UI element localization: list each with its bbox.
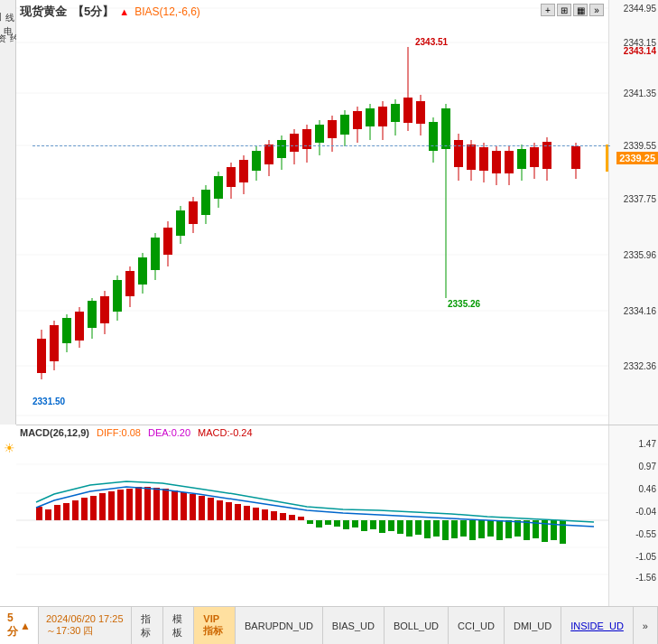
svg-rect-14 bbox=[62, 318, 71, 343]
svg-rect-105 bbox=[72, 500, 79, 520]
indicator-boll[interactable]: BOLL_UD bbox=[385, 607, 449, 644]
svg-rect-32 bbox=[176, 210, 185, 236]
svg-rect-104 bbox=[63, 503, 70, 520]
indicator-barupdn[interactable]: BARUPDN_UD bbox=[236, 607, 323, 644]
svg-rect-101 bbox=[36, 507, 42, 520]
svg-rect-140 bbox=[388, 520, 394, 531]
svg-rect-144 bbox=[424, 520, 431, 538]
macd-title: MACD(26,12,9) bbox=[20, 427, 89, 438]
timeframe-5min[interactable]: 5分 ▲ bbox=[0, 607, 39, 644]
svg-rect-40 bbox=[227, 167, 236, 187]
svg-rect-158 bbox=[551, 520, 557, 540]
svg-rect-123 bbox=[235, 504, 241, 520]
ctrl-grid[interactable]: ⊞ bbox=[557, 4, 571, 16]
indicator-bias[interactable]: BIAS_UD bbox=[323, 607, 385, 644]
svg-rect-121 bbox=[217, 500, 223, 520]
price-current-highlight: 2339.25 bbox=[616, 152, 658, 164]
chart-timeframe: 【5分】 bbox=[72, 4, 114, 20]
svg-rect-119 bbox=[199, 496, 205, 520]
indicator-more[interactable]: » bbox=[634, 607, 658, 644]
svg-rect-102 bbox=[45, 509, 51, 520]
svg-rect-10 bbox=[37, 339, 46, 373]
svg-rect-66 bbox=[391, 104, 400, 122]
bias-arrow: ▲ bbox=[119, 6, 129, 17]
indicator-cci[interactable]: CCI_UD bbox=[449, 607, 505, 644]
left-sidebar: K线图 闪电图 合约资料 bbox=[0, 0, 16, 425]
svg-rect-18 bbox=[88, 301, 97, 328]
svg-rect-152 bbox=[496, 520, 503, 540]
right-edge-indicator bbox=[606, 145, 608, 172]
ctrl-bars[interactable]: ▦ bbox=[573, 4, 588, 16]
ctrl-expand[interactable]: » bbox=[589, 4, 604, 16]
tab-vip[interactable]: VIP指标 bbox=[194, 607, 236, 644]
svg-rect-44 bbox=[252, 151, 261, 171]
svg-rect-92 bbox=[571, 146, 580, 169]
bias-label: BIAS(12,-6,6) bbox=[134, 5, 200, 18]
svg-rect-141 bbox=[397, 520, 403, 534]
svg-rect-24 bbox=[125, 271, 134, 296]
price-2337: 2337.75 bbox=[624, 194, 656, 204]
svg-rect-28 bbox=[151, 238, 160, 270]
macd-price-axis: 1.47 0.97 0.46 -0.04 -0.55 -1.05 -1.56 bbox=[608, 425, 658, 606]
svg-text:2343.51: 2343.51 bbox=[415, 37, 449, 47]
svg-rect-48 bbox=[277, 140, 286, 158]
svg-rect-56 bbox=[328, 120, 337, 138]
macd-dea: DEA:0.20 bbox=[148, 427, 190, 438]
svg-rect-134 bbox=[334, 520, 340, 527]
tab-indicator[interactable]: 指标 bbox=[132, 607, 163, 644]
svg-rect-115 bbox=[162, 489, 169, 520]
svg-rect-124 bbox=[244, 506, 250, 520]
svg-rect-129 bbox=[289, 515, 295, 520]
svg-rect-148 bbox=[460, 520, 467, 537]
sun-icon: ☀ bbox=[4, 441, 15, 455]
svg-rect-26 bbox=[138, 257, 147, 285]
chart-title: 现货黄金 bbox=[20, 4, 67, 20]
price-2341: 2341.35 bbox=[624, 89, 656, 98]
svg-rect-133 bbox=[325, 520, 331, 525]
svg-rect-139 bbox=[379, 520, 385, 533]
price-2332: 2332.36 bbox=[624, 361, 656, 371]
svg-rect-70 bbox=[416, 101, 425, 124]
macd-level-neg105: -1.05 bbox=[635, 552, 656, 562]
svg-rect-146 bbox=[442, 520, 449, 540]
svg-rect-145 bbox=[433, 520, 440, 537]
svg-rect-118 bbox=[190, 494, 196, 520]
price-axis: 2344.95 2343.15 2343.14 2341.35 2339.55 … bbox=[608, 0, 658, 425]
indicator-inside[interactable]: INSIDE_UD bbox=[561, 607, 634, 644]
svg-rect-54 bbox=[315, 125, 324, 143]
svg-rect-155 bbox=[524, 520, 530, 540]
svg-rect-64 bbox=[378, 107, 387, 126]
chart-header: 现货黄金 【5分】 ▲ BIAS(12,-6,6) bbox=[20, 4, 200, 20]
datetime-display: 2024/06/20 17:25～17:30 四 bbox=[39, 607, 132, 644]
svg-rect-42 bbox=[239, 160, 248, 182]
price-2343-14: 2343.14 bbox=[624, 46, 656, 56]
svg-rect-62 bbox=[366, 108, 375, 126]
svg-rect-112 bbox=[135, 487, 142, 520]
macd-level-neg156: -1.56 bbox=[635, 573, 656, 583]
svg-rect-147 bbox=[451, 520, 458, 538]
svg-rect-107 bbox=[90, 496, 97, 520]
price-2335: 2335.96 bbox=[624, 250, 656, 260]
macd-value: MACD:-0.24 bbox=[198, 427, 253, 438]
bottom-toolbar: 5分 ▲ 2024/06/20 17:25～17:30 四 指标 模板 VIP指… bbox=[0, 606, 658, 644]
svg-rect-159 bbox=[560, 520, 566, 544]
svg-rect-106 bbox=[81, 498, 88, 520]
svg-rect-86 bbox=[517, 149, 526, 169]
svg-text:2335.26: 2335.26 bbox=[448, 299, 481, 309]
svg-rect-84 bbox=[505, 151, 514, 173]
tab-template[interactable]: 模板 bbox=[163, 607, 195, 644]
svg-rect-68 bbox=[403, 98, 412, 123]
main-chart: 现货黄金 【5分】 ▲ BIAS(12,-6,6) + ⊞ ▦ » bbox=[16, 0, 658, 425]
svg-rect-109 bbox=[108, 491, 115, 520]
svg-rect-126 bbox=[262, 509, 268, 520]
svg-rect-72 bbox=[429, 122, 438, 151]
indicator-dmi[interactable]: DMI_UD bbox=[505, 607, 561, 644]
svg-rect-130 bbox=[298, 517, 304, 520]
svg-rect-138 bbox=[370, 520, 376, 529]
ctrl-plus[interactable]: + bbox=[541, 4, 555, 16]
svg-rect-36 bbox=[201, 190, 210, 215]
svg-rect-103 bbox=[54, 505, 60, 520]
svg-rect-135 bbox=[343, 520, 349, 529]
svg-rect-110 bbox=[117, 490, 124, 520]
svg-rect-149 bbox=[469, 520, 476, 540]
